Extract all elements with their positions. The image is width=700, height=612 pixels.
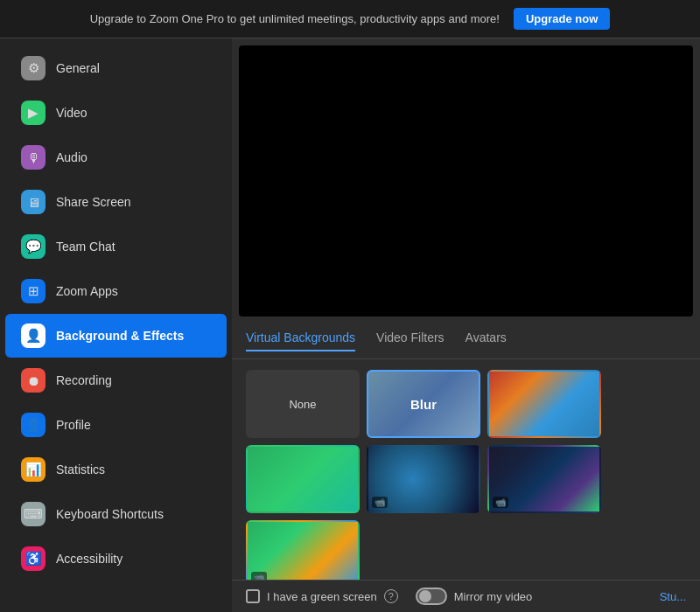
help-icon[interactable]: ? (384, 589, 398, 603)
bg-label-none: None (289, 398, 316, 411)
mirror-label: Mirror my video (454, 590, 533, 603)
sidebar-label-background-effects: Background & Effects (56, 329, 184, 343)
sidebar-icon-video: ▶ (21, 101, 46, 125)
sidebar-icon-background-effects: 👤 (21, 323, 46, 348)
sidebar-item-audio[interactable]: 🎙Audio (5, 136, 227, 179)
sidebar-icon-recording: ⏺ (21, 368, 46, 393)
sidebar-item-zoom-apps[interactable]: ⊞Zoom Apps (5, 269, 227, 313)
sidebar-item-recording[interactable]: ⏺Recording (5, 358, 227, 402)
sidebar-label-zoom-apps: Zoom Apps (56, 284, 118, 298)
sidebar-label-video: Video (56, 106, 88, 120)
sidebar-label-keyboard-shortcuts: Keyboard Shortcuts (56, 507, 164, 521)
sidebar-icon-profile: 👤 (21, 413, 46, 437)
sidebar-icon-keyboard-shortcuts: ⌨ (21, 502, 46, 526)
bg-item-green-nature[interactable] (246, 445, 360, 513)
sidebar-icon-zoom-apps: ⊞ (21, 279, 46, 303)
sidebar-item-general[interactable]: ⚙General (5, 46, 227, 90)
bg-item-aurora[interactable]: 📹 (487, 445, 601, 513)
sidebar-label-share-screen: Share Screen (56, 195, 131, 209)
video-preview (239, 45, 693, 316)
sidebar-icon-audio: 🎙 (21, 145, 46, 170)
sidebar-icon-statistics: 📊 (21, 457, 46, 482)
sidebar-label-statistics: Statistics (56, 462, 105, 476)
green-screen-row: I have a green screen ? (246, 589, 398, 603)
sidebar-item-profile[interactable]: 👤Profile (5, 403, 227, 447)
bg-item-none[interactable]: None (246, 370, 360, 438)
sidebar-label-team-chat: Team Chat (56, 240, 116, 254)
sidebar-item-background-effects[interactable]: 👤Background & Effects (5, 314, 227, 358)
camera-icon-beach: 📹 (251, 572, 267, 580)
sidebar: ⚙General▶Video🎙Audio🖥Share Screen💬Team C… (0, 38, 232, 612)
bg-item-beach[interactable]: 📹 (246, 520, 360, 580)
tab-avatars[interactable]: Avatars (466, 330, 507, 351)
sidebar-icon-team-chat: 💬 (21, 234, 46, 259)
sidebar-label-audio: Audio (56, 150, 88, 164)
bg-label-blur: Blur (410, 397, 437, 412)
camera-icon-aurora: 📹 (493, 497, 508, 508)
sidebar-label-accessibility: Accessibility (56, 552, 122, 566)
bg-item-blur[interactable]: Blur (367, 370, 480, 438)
sidebar-icon-accessibility: ♿ (21, 546, 46, 571)
toggle-knob (419, 590, 431, 602)
sidebar-item-keyboard-shortcuts[interactable]: ⌨Keyboard Shortcuts (5, 492, 227, 536)
backgrounds-grid: NoneBlur📹📹📹 (232, 359, 700, 580)
main-layout: ⚙General▶Video🎙Audio🖥Share Screen💬Team C… (0, 38, 700, 612)
camera-icon-earth: 📹 (372, 497, 388, 508)
upgrade-button[interactable]: Upgrade now (514, 8, 610, 30)
banner-text: Upgrade to Zoom One Pro to get unlimited… (90, 12, 500, 25)
sidebar-item-video[interactable]: ▶Video (5, 91, 227, 135)
mirror-toggle[interactable] (416, 588, 447, 605)
sidebar-label-general: General (56, 61, 100, 75)
bottom-bar: I have a green screen ? Mirror my video … (232, 580, 700, 612)
sidebar-label-recording: Recording (56, 373, 112, 387)
green-screen-label: I have a green screen (267, 590, 377, 603)
tabs-row: Virtual BackgroundsVideo FiltersAvatars (232, 316, 700, 359)
sidebar-icon-general: ⚙ (21, 56, 46, 80)
bg-item-earth[interactable]: 📹 (367, 445, 480, 513)
green-screen-checkbox[interactable] (246, 589, 260, 603)
sidebar-label-profile: Profile (56, 418, 91, 432)
sidebar-item-share-screen[interactable]: 🖥Share Screen (5, 180, 227, 224)
sidebar-icon-share-screen: 🖥 (21, 190, 46, 214)
tab-video-filters[interactable]: Video Filters (376, 330, 444, 351)
upgrade-banner: Upgrade to Zoom One Pro to get unlimited… (0, 0, 700, 38)
sidebar-item-accessibility[interactable]: ♿Accessibility (5, 537, 227, 581)
bg-item-golden-gate[interactable] (487, 370, 601, 438)
studio-link[interactable]: Stu... (660, 590, 686, 603)
sidebar-item-team-chat[interactable]: 💬Team Chat (5, 225, 227, 268)
mirror-row: Mirror my video (416, 588, 533, 605)
sidebar-item-statistics[interactable]: 📊Statistics (5, 448, 227, 491)
tab-virtual-backgrounds[interactable]: Virtual Backgrounds (246, 330, 355, 351)
content-area: Virtual BackgroundsVideo FiltersAvatars … (232, 38, 700, 612)
